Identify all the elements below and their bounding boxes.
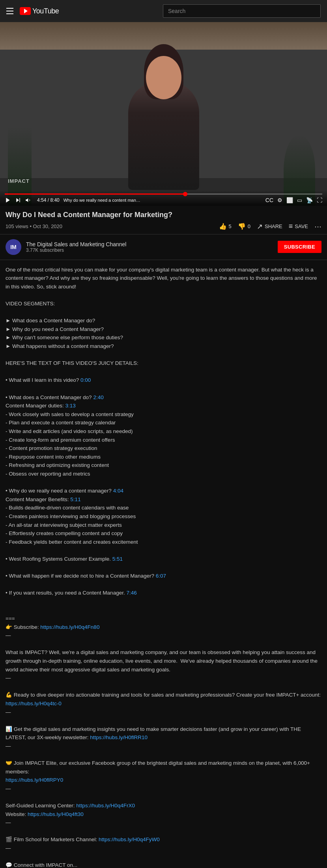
description-segment7: • If you want results, you need a Conten…	[6, 590, 126, 596]
youtube-wordmark: YouTube	[32, 7, 59, 15]
website-link[interactable]: https://hubs.ly/H0q4ft30	[28, 811, 84, 817]
dislike-button[interactable]: 0	[238, 223, 250, 230]
total-time: 8:40	[50, 197, 59, 203]
description: One of the most critical hires you can m…	[0, 260, 327, 868]
more-icon	[314, 222, 321, 231]
video-thumbnail: IMPACT	[0, 22, 327, 206]
progress-dot	[183, 192, 187, 196]
description-segment3: - Work closely with sales to develop a c…	[6, 411, 134, 494]
more-button[interactable]	[314, 222, 321, 231]
time-display: 4:54 / 8:40	[37, 197, 60, 203]
share-button[interactable]: SHARE	[257, 222, 282, 231]
save-icon	[289, 222, 293, 230]
like-button[interactable]: 5	[219, 223, 232, 230]
svg-marker-3	[26, 199, 28, 202]
save-button[interactable]: SAVE	[289, 222, 308, 230]
video-actions: 5 0 SHARE SAVE	[219, 222, 322, 231]
youtube-play-icon	[20, 7, 31, 15]
learning-center-link[interactable]: https://hubs.ly/H0q4FrX0	[76, 803, 135, 809]
progress-fill	[5, 193, 187, 195]
description-segment2: Content Manager duties:	[6, 403, 65, 409]
timestamp-link-4[interactable]: 5:11	[70, 496, 80, 502]
description-segment15: — 💬 Connect with IMPACT on... Facebook:	[6, 845, 77, 868]
description-segment14: — 🎬 Film School for Marketers Channel:	[6, 820, 99, 842]
timestamp-link-5[interactable]: 5:51	[112, 556, 123, 562]
timestamp-link-7[interactable]: 7:46	[126, 590, 136, 596]
timestamp-link-0[interactable]: 0:00	[80, 377, 91, 383]
svg-marker-2	[16, 198, 19, 203]
film-school-link[interactable]: https://hubs.ly/H0q4FyW0	[99, 836, 160, 842]
description-segment1: • What does a Content Manager do?	[6, 394, 93, 400]
description-segment6: • What will happen if we decide not to h…	[6, 573, 156, 579]
view-count: 105 views	[6, 223, 28, 229]
like-count: 5	[229, 223, 232, 229]
chapter-text: Why do we really need a content manager?	[64, 198, 142, 203]
description-segment10: — 📊 Get the digital sales and marketing …	[6, 709, 303, 741]
settings-button[interactable]: ⚙	[277, 197, 282, 203]
timestamp-link-6[interactable]: 6:07	[156, 573, 166, 579]
channel-row: IM The Digital Sales and Marketing Chann…	[0, 234, 327, 260]
dislike-icon	[238, 223, 246, 230]
description-segment8: === 👉 Subscribe:	[6, 615, 40, 630]
cast-button[interactable]: 📡	[306, 197, 313, 203]
upload-date-value: Oct 30, 2020	[33, 223, 62, 229]
video-meta: 105 views • Oct 30, 2020 5 0 SHARE SAVE	[6, 222, 321, 231]
share-label: SHARE	[265, 223, 282, 229]
controls-row: 4:54 / 8:40 Why do we really need a cont…	[5, 197, 322, 203]
timestamp-link-2[interactable]: 3:13	[65, 403, 76, 409]
newsletter-link[interactable]: https://hubs.ly/H0flRR10	[90, 734, 148, 740]
channel-name[interactable]: The Digital Sales and Marketing Channel	[26, 241, 273, 247]
progress-bar[interactable]	[5, 193, 322, 195]
description-segment5: - Builds deadline-driven content calenda…	[6, 505, 138, 562]
like-icon	[219, 223, 227, 230]
description-segment11: — 🤝 Join IMPACT Elite, our exclusive Fac…	[6, 743, 312, 775]
channel-avatar[interactable]: IM	[6, 239, 21, 255]
video-person	[128, 80, 199, 190]
search-input[interactable]	[163, 4, 321, 18]
description-segment4: Content Manager Benefits:	[6, 496, 70, 502]
description-segment9: — What is IMPACT? Well, we're a digital …	[6, 632, 322, 698]
timestamp-link-3[interactable]: 4:04	[113, 488, 123, 494]
channel-subscribers: 3.77K subscribers	[26, 247, 273, 253]
search-bar	[163, 4, 321, 18]
youtube-logo[interactable]: YouTube	[20, 7, 59, 15]
impact-plus-link[interactable]: https://hubs.ly/H0q4tc-0	[6, 701, 62, 706]
upload-date: •	[30, 223, 33, 229]
facebook-group-link[interactable]: https://hubs.ly/H0flRPY0	[6, 777, 63, 783]
play-button[interactable]	[5, 197, 11, 203]
save-label: SAVE	[295, 223, 308, 229]
header: YouTube	[0, 0, 327, 22]
description-segment12: — Self-Guided Learning Center:	[6, 786, 76, 809]
subscribe-button[interactable]: SUBSCRIBE	[278, 241, 321, 253]
current-time: 4:54	[37, 197, 46, 203]
description-segment13: Website:	[6, 811, 28, 817]
dislike-count: 0	[248, 223, 250, 229]
description-intro: One of the most critical hires you can m…	[6, 267, 318, 383]
controls-right: CC ⚙ ⬜ ▭ 📡 ⛶	[265, 197, 322, 203]
fullscreen-button[interactable]: ⛶	[317, 197, 322, 203]
channel-info: The Digital Sales and Marketing Channel …	[26, 241, 273, 253]
subscribe-link[interactable]: https://hubs.ly/H0q4Fn80	[40, 624, 99, 630]
miniplayer-button[interactable]: ⬜	[286, 197, 293, 203]
hamburger-menu-icon[interactable]	[6, 8, 13, 14]
timestamp-link-1[interactable]: 2:40	[93, 394, 103, 400]
share-icon	[257, 222, 263, 231]
next-button[interactable]	[15, 197, 21, 203]
header-left: YouTube	[6, 7, 59, 15]
svg-marker-0	[6, 198, 9, 203]
video-info: Why Do I Need a Content Manager for Mark…	[0, 206, 327, 234]
volume-button[interactable]	[25, 197, 32, 203]
video-controls: 4:54 / 8:40 Why do we really need a cont…	[0, 190, 327, 206]
video-player[interactable]: IMPACT 4:54 / 8:40 Why do we really need…	[0, 22, 327, 206]
svg-rect-1	[19, 198, 20, 203]
video-watermark: IMPACT	[8, 178, 30, 184]
cc-button[interactable]: CC	[265, 197, 273, 203]
video-stats: 105 views • Oct 30, 2020	[6, 223, 62, 229]
video-title: Why Do I Need a Content Manager for Mark…	[6, 210, 321, 219]
theatre-button[interactable]: ▭	[297, 197, 302, 203]
